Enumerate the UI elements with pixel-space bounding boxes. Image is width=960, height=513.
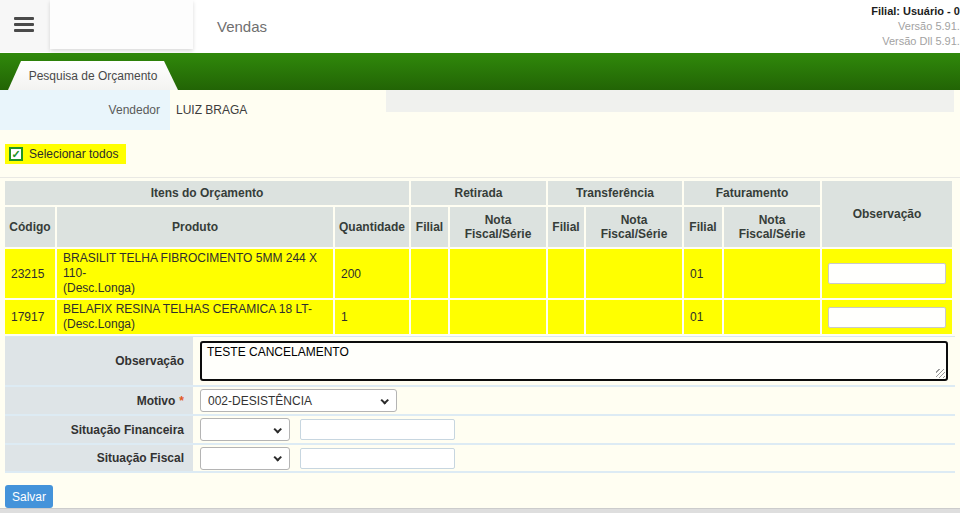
top-header: Vendas Filial: Usuário - 01 Versão 5.91.…: [0, 0, 960, 53]
situacao-fiscal-label: Situação Fiscal: [5, 445, 193, 471]
cell-produto: BRASILIT TELHA FIBROCIMENTO 5MM 244 X 11…: [57, 249, 333, 298]
divider: [0, 177, 960, 178]
cell-observacao: [822, 300, 952, 334]
situacao-fiscal-input[interactable]: [300, 448, 455, 469]
vendedor-label: Vendedor: [0, 90, 160, 130]
cell-faturamento-filial: 01: [684, 249, 722, 298]
cell-transferencia-nota: [586, 300, 682, 334]
cell-faturamento-nota: [724, 300, 820, 334]
header-info: Filial: Usuário - 01 Versão 5.91.3 Versã…: [871, 4, 960, 49]
page-title: Vendas: [217, 0, 267, 53]
select-all-label: Selecionar todos: [29, 147, 118, 161]
vendas-page: Vendas Filial: Usuário - 01 Versão 5.91.…: [0, 0, 960, 513]
items-table-wrap: Itens do Orçamento Retirada Transferênci…: [3, 179, 954, 336]
column-header-retirada-nota: Nota Fiscal/Série: [450, 207, 546, 247]
green-tab-bar: Pesquisa de Orçamento: [0, 53, 960, 90]
select-all-toggle[interactable]: ✓ Selecionar todos: [5, 144, 126, 164]
cell-transferencia-filial: [548, 249, 584, 298]
column-header-observacao: Observação: [822, 181, 952, 247]
column-header-faturamento-filial: Filial: [684, 207, 722, 247]
cell-quantidade: 1: [335, 300, 409, 334]
motivo-select[interactable]: 002-DESISTÊNCIA: [200, 389, 397, 412]
row-observacao-input[interactable]: [828, 307, 946, 328]
save-button[interactable]: Salvar: [5, 485, 53, 508]
column-header-transferencia-filial: Filial: [548, 207, 584, 247]
column-header-faturamento-nota: Nota Fiscal/Série: [724, 207, 820, 247]
logo-placeholder: [50, 0, 193, 49]
cell-transferencia-filial: [548, 300, 584, 334]
column-header-codigo: Código: [5, 207, 55, 247]
chevron-down-icon: [380, 396, 388, 404]
group-header-faturamento: Faturamento: [684, 181, 820, 205]
bottom-scrollbar-track[interactable]: [0, 508, 960, 513]
column-header-quantidade: Quantidade: [335, 207, 409, 247]
row-observacao-input[interactable]: [828, 263, 946, 284]
chevron-down-icon: [273, 453, 281, 461]
cell-quantidade: 200: [335, 249, 409, 298]
cancel-form: Observação TESTE CANCELAMENTO Motivo * 0…: [5, 336, 955, 473]
checkbox-checked-icon[interactable]: ✓: [9, 147, 23, 161]
cell-codigo: 23215: [5, 249, 55, 298]
version-text: Versão 5.91.3: [871, 19, 960, 34]
table-row[interactable]: 17917 BELAFIX RESINA TELHAS CERAMICA 18 …: [5, 300, 952, 334]
tab-pesquisa-de-orcamento[interactable]: Pesquisa de Orçamento: [8, 61, 178, 90]
column-header-transferencia-nota: Nota Fiscal/Série: [586, 207, 682, 247]
header-grey-block: [386, 90, 954, 112]
situacao-financeira-label: Situação Financeira: [5, 416, 193, 443]
situacao-financeira-select[interactable]: [200, 418, 290, 441]
filial-user-text: Filial: Usuário - 01: [871, 4, 960, 19]
items-table: Itens do Orçamento Retirada Transferênci…: [3, 179, 954, 336]
situacao-financeira-input[interactable]: [300, 419, 455, 440]
cell-produto: BELAFIX RESINA TELHAS CERAMICA 18 LT- (D…: [57, 300, 333, 334]
cell-codigo: 17917: [5, 300, 55, 334]
cell-faturamento-nota: [724, 249, 820, 298]
hamburger-menu-icon[interactable]: [14, 17, 34, 35]
cell-observacao: [822, 249, 952, 298]
cell-transferencia-nota: [586, 249, 682, 298]
motivo-label: Motivo *: [5, 387, 193, 414]
chevron-down-icon: [273, 425, 281, 433]
version-dll-text: Versão Dll 5.91.3: [871, 34, 960, 49]
group-header-transferencia: Transferência: [548, 181, 682, 205]
group-header-itens: Itens do Orçamento: [5, 181, 409, 205]
vendedor-value: LUIZ BRAGA: [176, 90, 247, 130]
table-row[interactable]: 23215 BRASILIT TELHA FIBROCIMENTO 5MM 24…: [5, 249, 952, 298]
cell-retirada-filial: [411, 300, 448, 334]
group-header-retirada: Retirada: [411, 181, 546, 205]
situacao-fiscal-select[interactable]: [200, 447, 290, 470]
cell-retirada-nota: [450, 300, 546, 334]
observacao-textarea[interactable]: TESTE CANCELAMENTO: [200, 341, 948, 381]
required-asterisk: *: [179, 394, 184, 408]
column-header-retirada-filial: Filial: [411, 207, 448, 247]
observacao-label: Observação: [5, 337, 193, 385]
cell-retirada-nota: [450, 249, 546, 298]
cell-retirada-filial: [411, 249, 448, 298]
motivo-selected-value: 002-DESISTÊNCIA: [208, 394, 312, 408]
cell-faturamento-filial: 01: [684, 300, 722, 334]
column-header-produto: Produto: [57, 207, 333, 247]
